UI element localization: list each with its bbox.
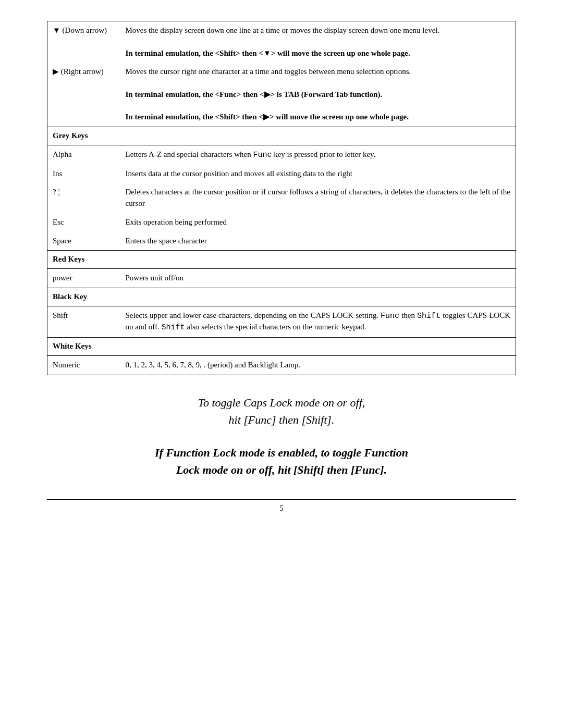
desc-cell: Moves the cursor right one character at … <box>120 63 516 127</box>
page-footer: 5 <box>47 499 516 513</box>
section-header-black: Black Key <box>47 288 516 306</box>
table-row: Ins Inserts data at the cursor position … <box>47 165 516 183</box>
key-cell: Alpha <box>47 145 120 164</box>
section-header-grey: Grey Keys <box>47 127 516 145</box>
desc-cell: Letters A-Z and special characters when … <box>120 145 516 164</box>
function-lock-note: If Function Lock mode is enabled, to tog… <box>47 444 516 478</box>
desc-cell: Inserts data at the cursor position and … <box>120 165 516 183</box>
page-number: 5 <box>279 504 284 512</box>
table-row: power Powers unit off/on <box>47 269 516 288</box>
section-label: Black Key <box>47 288 516 306</box>
table-row: ▶ (Right arrow) Moves the cursor right o… <box>47 63 516 127</box>
key-cell: Numeric <box>47 355 120 375</box>
key-cell: Esc <box>47 213 120 232</box>
section-header-red: Red Keys <box>47 251 516 269</box>
key-cell: Shift <box>47 306 120 338</box>
table-row: Esc Exits operation being performed <box>47 213 516 232</box>
table-row: Shift Selects upper and lower case chara… <box>47 306 516 338</box>
caps-lock-note: To toggle Caps Lock mode on or off, hit … <box>47 394 516 428</box>
table-row: ? ¦ Deletes characters at the cursor pos… <box>47 183 516 213</box>
desc-cell: Powers unit off/on <box>120 269 516 288</box>
desc-cell: Selects upper and lower case characters,… <box>120 306 516 338</box>
key-cell: Ins <box>47 165 120 183</box>
table-row: Numeric 0, 1, 2, 3, 4, 5, 6, 7, 8, 9, . … <box>47 355 516 375</box>
section-label: Red Keys <box>47 251 516 269</box>
desc-cell: Deletes characters at the cursor positio… <box>120 183 516 213</box>
key-cell: ▶ (Right arrow) <box>47 63 120 127</box>
desc-cell: Moves the display screen down one line a… <box>120 21 516 63</box>
table-row: Space Enters the space character <box>47 232 516 251</box>
desc-cell: 0, 1, 2, 3, 4, 5, 6, 7, 8, 9, . (period)… <box>120 355 516 375</box>
desc-cell: Enters the space character <box>120 232 516 251</box>
key-cell: power <box>47 269 120 288</box>
key-cell: ▼ (Down arrow) <box>47 21 120 63</box>
key-cell: Space <box>47 232 120 251</box>
desc-cell: Exits operation being performed <box>120 213 516 232</box>
table-row: Alpha Letters A-Z and special characters… <box>47 145 516 164</box>
key-cell: ? ¦ <box>47 183 120 213</box>
section-header-white: White Keys <box>47 338 516 356</box>
page-content: ▼ (Down arrow) Moves the display screen … <box>47 21 516 513</box>
reference-table: ▼ (Down arrow) Moves the display screen … <box>47 21 516 375</box>
section-label: Grey Keys <box>47 127 516 145</box>
table-row: ▼ (Down arrow) Moves the display screen … <box>47 21 516 63</box>
section-label: White Keys <box>47 338 516 356</box>
